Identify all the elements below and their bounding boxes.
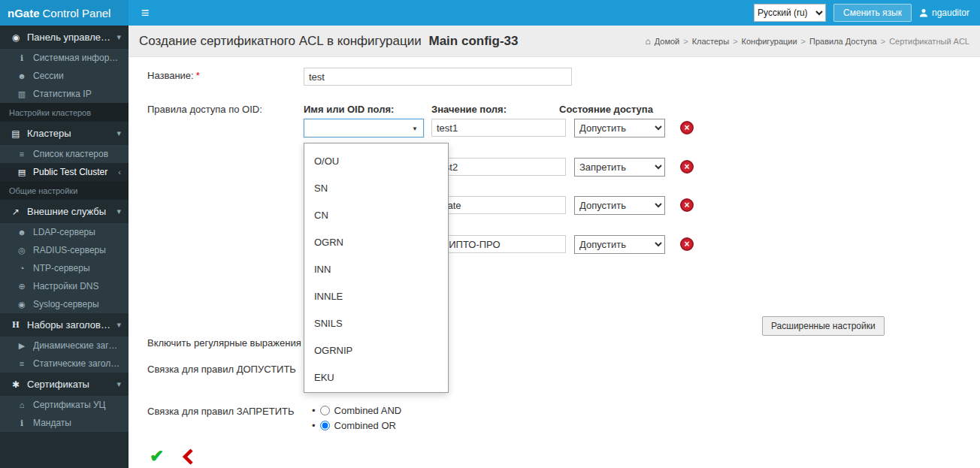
dropdown-option-eku[interactable]: EKU (304, 364, 448, 391)
change-language-button[interactable]: Сменить язык (833, 4, 912, 22)
name-label: Название:* (147, 70, 200, 81)
cluster-icon: ▤ (9, 128, 23, 139)
breadcrumb-certificate-acl: Сертификатный ACL (889, 37, 969, 46)
sidebar-item-radius-servers[interactable]: ◎ RADIUS-серверы (0, 241, 129, 259)
field-value-input[interactable] (431, 235, 566, 253)
cluster-node-icon: ▤ (15, 168, 29, 177)
radius-icon: ◎ (15, 246, 29, 255)
sidebar-item-system-info[interactable]: ℹ Системная информация (0, 49, 129, 67)
chevron-left-icon: ‹ (115, 168, 121, 177)
delete-rule-button[interactable]: × (680, 160, 694, 174)
clock-icon: ◔ (15, 264, 29, 273)
headers-icon: H (9, 319, 23, 331)
dropdown-option-ogrnip[interactable]: OGRNIP (304, 337, 448, 364)
page-title-text: Создание сертификатного ACL в конфигурац… (139, 34, 422, 48)
column-header-state: Состояние доступа (559, 104, 653, 115)
access-state-select[interactable]: Допустить (574, 196, 665, 215)
sidebar-item-syslog-servers[interactable]: ◉ Syslog-серверы (0, 295, 129, 313)
delete-rule-button[interactable]: × (680, 237, 694, 251)
access-state-select[interactable]: Допустить (574, 119, 665, 137)
back-icon[interactable] (183, 448, 194, 467)
list-icon: ≡ (15, 149, 29, 159)
combined-and-radio[interactable] (320, 406, 330, 415)
sidebar-item-external-services[interactable]: ↗ Внешние службы ▾ (0, 200, 129, 223)
sidebar-item-dynamic-headers[interactable]: ▶ Динамические заголовки (0, 337, 129, 355)
external-link-icon: ↗ (9, 207, 23, 217)
dropdown-option-sn[interactable]: SN (304, 175, 448, 202)
breadcrumb-clusters[interactable]: Кластеры (692, 37, 730, 46)
delete-rule-button[interactable]: × (680, 198, 694, 212)
regex-label: Включить регулярные выражения (147, 337, 301, 349)
globe-icon: ⊕ (15, 282, 29, 291)
list-icon: ≡ (15, 359, 29, 368)
breadcrumb-configurations[interactable]: Конфигурации (742, 37, 797, 46)
user-icon (919, 8, 928, 17)
sidebar-item-label: Список кластеров (33, 149, 121, 159)
field-value-input[interactable] (431, 196, 566, 214)
deny-link-label: Связка для правил ЗАПРЕТИТЬ (147, 406, 294, 417)
sidebar-item-public-test-cluster[interactable]: ▤ Public Test Cluster ‹ (0, 163, 129, 181)
page-title: Создание сертификатного ACL в конфигурац… (139, 34, 519, 49)
delete-rule-button[interactable]: × (680, 121, 694, 134)
sidebar-item-ldap-servers[interactable]: ☻ LDAP-серверы (0, 223, 129, 241)
content-header: Создание сертификатного ACL в конфигурац… (129, 26, 980, 57)
dropdown-option-oou[interactable]: O/OU (304, 148, 448, 175)
sidebar-item-label: NTP-серверы (33, 263, 121, 273)
dropdown-option-inn[interactable]: INN (304, 256, 448, 283)
chevron-down-icon: ▾ (113, 320, 121, 330)
sidebar: ◉ Панель управления ▾ ℹ Системная информ… (0, 26, 129, 468)
dropdown-option-cn[interactable]: CN (304, 202, 448, 229)
chevron-down-icon: ▾ (113, 379, 121, 389)
sidebar-item-label: Панель управления (27, 32, 113, 43)
acl-name-input[interactable] (304, 68, 572, 86)
access-state-select[interactable]: Запретить (574, 158, 665, 177)
field-value-input[interactable] (431, 158, 566, 176)
info-icon: ℹ (15, 418, 29, 428)
sidebar-menu: ◉ Панель управления ▾ ℹ Системная информ… (0, 26, 129, 432)
language-select[interactable]: Русский (ru) (754, 4, 826, 22)
brand-logo[interactable]: nGate Control Panel (0, 0, 129, 26)
sidebar-item-sessions[interactable]: ☻ Сессии (0, 67, 129, 85)
sidebar-item-ca-certificates[interactable]: ⌂ Сертификаты УЦ (0, 396, 129, 414)
oid-field-combo-open[interactable]: ▼ (304, 119, 424, 137)
bullet-icon: • (312, 420, 316, 431)
sidebar-item-dns-settings[interactable]: ⊕ Настройки DNS (0, 277, 129, 295)
breadcrumb-home[interactable]: Домой (655, 37, 680, 46)
access-state-select[interactable]: Допустить (574, 235, 665, 254)
home-icon: ⌂ (645, 36, 650, 47)
dropdown-option-innle[interactable]: INNLE (304, 283, 448, 310)
breadcrumb-separator: > (683, 37, 688, 46)
advanced-settings-button[interactable]: Расширенные настройки (762, 316, 885, 336)
dropdown-option-ogrn[interactable]: OGRN (304, 229, 448, 256)
sidebar-item-mandates[interactable]: ℹ Мандаты (0, 414, 129, 432)
sidebar-item-label: Сертификаты (27, 379, 113, 390)
sidebar-item-label: Настройки DNS (33, 281, 121, 291)
sidebar-item-header-sets[interactable]: H Наборы заголовков ▾ (0, 313, 129, 337)
sidebar-item-control-panel[interactable]: ◉ Панель управления ▾ (0, 26, 129, 49)
sidebar-item-label: LDAP-серверы (33, 227, 121, 237)
sidebar-item-ip-statistics[interactable]: ▥ Статистика IP (0, 85, 129, 103)
user-menu[interactable]: ngauditor (919, 8, 969, 18)
sidebar-item-label: Мандаты (33, 418, 121, 428)
required-asterisk: * (196, 70, 200, 81)
name-label-text: Название: (147, 70, 194, 81)
sidebar-item-static-headers[interactable]: ≡ Статические заголовки (0, 355, 129, 373)
submit-check-icon[interactable]: ✔ (150, 448, 164, 465)
field-value-input[interactable] (431, 119, 566, 137)
page-title-config-name: Main config-33 (428, 34, 518, 48)
certificate-icon: ✱ (9, 379, 23, 390)
dropdown-option-snils[interactable]: SNILS (304, 310, 448, 337)
acl-form: Название:* Правила доступа по OID: Имя и… (129, 57, 980, 468)
sidebar-item-clusters[interactable]: ▤ Кластеры ▾ (0, 122, 129, 145)
sidebar-item-label: Динамические заголовки (33, 340, 121, 351)
delete-x-icon: × (684, 240, 689, 249)
sidebar-item-label: Сессии (33, 71, 121, 81)
sidebar-item-cluster-list[interactable]: ≡ Список кластеров (0, 145, 129, 163)
chevron-down-icon: ▾ (113, 128, 121, 138)
sidebar-item-certificates[interactable]: ✱ Сертификаты ▾ (0, 373, 129, 396)
breadcrumb-access-rules[interactable]: Правила Доступа (809, 37, 877, 46)
combined-or-radio[interactable] (320, 421, 330, 430)
bank-icon: ⌂ (15, 400, 29, 409)
sidebar-item-ntp-servers[interactable]: ◔ NTP-серверы (0, 259, 129, 277)
hamburger-menu-icon[interactable]: ≡ (129, 0, 162, 26)
